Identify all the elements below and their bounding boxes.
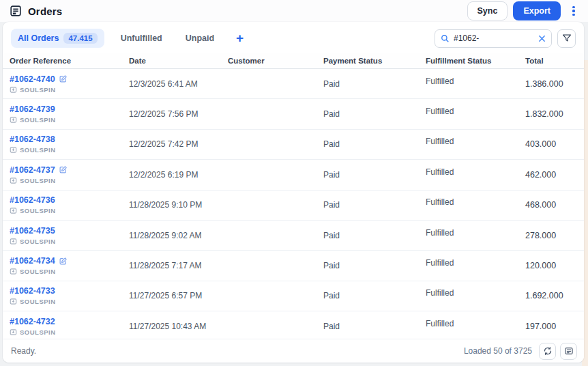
log-panel-icon xyxy=(564,346,574,356)
order-date: 12/2/2025 7:42 PM xyxy=(126,139,225,149)
table-row[interactable]: #1062-4740 SOULSPIN 12/3/2025 xyxy=(3,69,584,99)
order-link[interactable]: #1062-4733 xyxy=(10,286,55,296)
order-link[interactable]: #1062-4737 xyxy=(10,165,55,175)
order-source: SOULSPIN xyxy=(20,268,56,275)
order-source: SOULSPIN xyxy=(20,207,56,214)
order-link[interactable]: #1062-4739 xyxy=(10,104,55,114)
payment-status: Paid xyxy=(321,261,423,270)
order-date: 12/3/2025 6:41 AM xyxy=(126,79,225,89)
order-source: SOULSPIN xyxy=(20,116,56,124)
refresh-button[interactable] xyxy=(539,343,556,360)
fulfillment-status: Fulfilled xyxy=(423,288,523,298)
order-reference-cell: #1062-4739 SOULSPIN xyxy=(7,104,126,124)
order-total: 1.832.000 xyxy=(523,109,584,119)
payment-status: Paid xyxy=(321,139,423,149)
order-link[interactable]: #1062-4740 xyxy=(10,74,55,84)
tab-label: Unpaid xyxy=(186,33,214,43)
edit-pencil-icon[interactable] xyxy=(59,165,68,174)
search-box[interactable] xyxy=(435,29,552,48)
order-total: 462.000 xyxy=(523,170,584,180)
tab-all-orders[interactable]: All Orders 47.415 xyxy=(11,29,104,48)
log-panel-button[interactable] xyxy=(560,343,577,360)
table-row[interactable]: #1062-4736 SOULSPIN 11/28/2025 xyxy=(3,191,584,221)
payment-status: Paid xyxy=(321,170,423,180)
table-row[interactable]: #1062-4739 SOULSPIN 12/2/2025 xyxy=(3,99,584,129)
col-date[interactable]: Date xyxy=(126,57,225,65)
fulfillment-status: Fulfilled xyxy=(423,258,523,268)
loaded-count: Loaded 50 of 3725 xyxy=(464,346,532,356)
sync-button[interactable]: Sync xyxy=(467,1,508,20)
source-tag-icon xyxy=(10,146,17,154)
fulfillment-status: Fulfilled xyxy=(423,107,523,116)
table-row[interactable]: #1062-4737 SOULSPIN 12/2/2025 xyxy=(3,160,584,190)
orders-count-badge: 47.415 xyxy=(63,33,97,44)
edit-pencil-icon[interactable] xyxy=(59,74,68,83)
order-total: 278.000 xyxy=(523,231,584,240)
col-payment-status[interactable]: Payment Status xyxy=(321,57,423,65)
page-title: Orders xyxy=(28,5,62,17)
add-view-button[interactable]: + xyxy=(233,31,246,46)
tab-unfulfilled[interactable]: Unfulfilled xyxy=(114,29,169,47)
order-source: SOULSPIN xyxy=(20,177,56,184)
order-reference-cell: #1062-4734 SOULSPIN xyxy=(7,256,126,275)
top-actions: Sync Export xyxy=(467,1,580,20)
table-row[interactable]: #1062-4738 SOULSPIN 12/2/2025 xyxy=(3,130,584,160)
order-total: 1.692.000 xyxy=(523,291,584,300)
edit-pencil-icon[interactable] xyxy=(59,257,68,266)
order-reference-cell: #1062-4740 SOULSPIN xyxy=(7,74,126,94)
search-icon xyxy=(441,34,450,43)
col-fulfillment-status[interactable]: Fulfillment Status xyxy=(423,57,523,65)
source-tag-icon xyxy=(10,298,17,305)
refresh-icon xyxy=(543,346,553,356)
tab-unpaid[interactable]: Unpaid xyxy=(179,29,221,47)
order-link[interactable]: #1062-4735 xyxy=(10,226,55,236)
filter-button[interactable] xyxy=(557,29,576,48)
order-link[interactable]: #1062-4736 xyxy=(10,195,55,205)
source-tag-icon xyxy=(10,86,17,94)
payment-status: Paid xyxy=(321,79,423,89)
source-tag-icon xyxy=(10,177,17,184)
order-date: 11/28/2025 7:17 AM xyxy=(126,261,225,270)
table-row[interactable]: #1062-4734 SOULSPIN 11/28/2025 xyxy=(3,251,584,281)
search-input[interactable] xyxy=(454,33,534,43)
order-link[interactable]: #1062-4734 xyxy=(10,256,55,266)
col-total[interactable]: Total xyxy=(523,57,584,65)
table-row[interactable]: #1062-4735 SOULSPIN 11/28/2025 xyxy=(3,221,584,251)
tab-label: All Orders xyxy=(18,33,59,43)
toolbar: All Orders 47.415 Unfulfilled Unpaid + xyxy=(3,22,584,53)
kebab-menu-icon[interactable] xyxy=(568,3,580,18)
clear-icon[interactable] xyxy=(538,35,546,42)
search-area xyxy=(435,29,576,48)
filter-funnel-icon xyxy=(561,33,572,44)
source-tag-icon xyxy=(10,238,17,245)
table-body: #1062-4740 SOULSPIN 12/3/2025 xyxy=(3,69,584,339)
order-total: 197.000 xyxy=(523,322,584,331)
order-reference-cell: #1062-4735 SOULSPIN xyxy=(7,226,126,245)
table-row[interactable]: #1062-4732 SOULSPIN 11/27/2025 xyxy=(3,311,584,339)
source-tag-icon xyxy=(10,116,17,124)
order-total: 403.000 xyxy=(523,139,584,149)
order-date: 11/28/2025 9:02 AM xyxy=(126,231,225,240)
order-link[interactable]: #1062-4738 xyxy=(10,135,55,144)
export-button[interactable]: Export xyxy=(513,1,561,20)
fulfillment-status: Fulfilled xyxy=(423,76,523,86)
payment-status: Paid xyxy=(321,200,423,210)
order-reference-cell: #1062-4738 SOULSPIN xyxy=(7,135,126,154)
order-link[interactable]: #1062-4732 xyxy=(10,317,55,326)
table-header: Order Reference Date Customer Payment St… xyxy=(3,53,584,69)
order-source: SOULSPIN xyxy=(20,146,56,154)
col-order-reference[interactable]: Order Reference xyxy=(7,57,126,65)
tab-label: Unfulfilled xyxy=(121,33,162,43)
status-bar-right: Loaded 50 of 3725 xyxy=(464,343,577,360)
order-total: 468.000 xyxy=(523,200,584,210)
order-source: SOULSPIN xyxy=(20,298,56,305)
order-source: SOULSPIN xyxy=(20,328,56,336)
order-total: 1.386.000 xyxy=(523,79,584,89)
table-row[interactable]: #1062-4733 SOULSPIN 11/27/2025 xyxy=(3,281,584,311)
top-bar: Orders Sync Export xyxy=(0,0,588,22)
col-customer[interactable]: Customer xyxy=(225,57,321,65)
order-date: 12/2/2025 6:19 PM xyxy=(126,170,225,180)
source-tag-icon xyxy=(10,268,17,275)
orders-card: All Orders 47.415 Unfulfilled Unpaid + xyxy=(3,22,584,363)
source-tag-icon xyxy=(10,207,17,214)
